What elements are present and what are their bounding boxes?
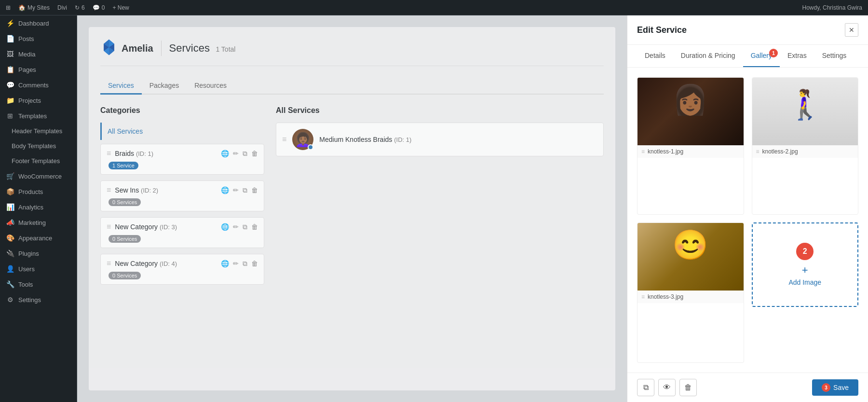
edit-panel-title: Edit Service	[637, 25, 687, 35]
globe-icon-braids[interactable]: 🌐	[221, 150, 229, 158]
sidebar-item-tools[interactable]: 🔧 Tools	[0, 277, 77, 292]
home-icon: 🏠	[18, 4, 26, 11]
globe-icon-4[interactable]: 🌐	[221, 260, 229, 268]
sidebar-item-header-templates[interactable]: Header Templates	[0, 124, 77, 139]
sidebar-item-settings[interactable]: ⚙ Settings	[0, 292, 77, 307]
globe-icon-sewins[interactable]: 🌐	[221, 186, 229, 194]
sidebar-item-media[interactable]: 🖼 Media	[0, 46, 77, 62]
sidebar-item-marketing[interactable]: 📣 Marketing	[0, 215, 77, 230]
add-image-box[interactable]: 2 + Add Image	[752, 222, 859, 307]
edit-icon-sewins[interactable]: ✏	[233, 186, 239, 194]
delete-icon-braids[interactable]: 🗑	[251, 150, 258, 158]
service-avatar	[292, 129, 313, 150]
dashboard-icon: ⚡	[6, 19, 14, 27]
copy-icon-braids[interactable]: ⧉	[243, 150, 247, 158]
edit-tab-extras[interactable]: Extras	[780, 45, 814, 67]
service-row-1[interactable]: ≡ Medium Knotless Braids (ID: 1)	[276, 123, 604, 156]
drag-handle-3[interactable]: ≡	[107, 222, 111, 231]
gallery-drag-icon-2[interactable]: ≡	[756, 148, 760, 155]
gallery-item-1: ≡ knotless-1.jpg	[637, 77, 744, 215]
delete-icon-4[interactable]: 🗑	[251, 260, 258, 268]
category-name-sewins: Sew Ins (ID: 2)	[115, 186, 217, 194]
gallery-item-2: ≡ knotless-2.jpg	[752, 77, 859, 215]
pages-icon: 📋	[6, 66, 14, 73]
service-status-dot	[308, 144, 313, 150]
settings-icon: ⚙	[6, 296, 14, 304]
copy-icon-4[interactable]: ⧉	[243, 260, 247, 268]
service-drag-handle[interactable]: ≡	[282, 135, 286, 144]
comments-link[interactable]: 💬 0	[93, 4, 105, 11]
sidebar-item-appearance[interactable]: 🎨 Appearance	[0, 230, 77, 246]
category-actions-sewins: 🌐 ✏ ⧉ 🗑	[221, 186, 258, 194]
services-tab-bar: Services Packages Resources	[100, 78, 604, 95]
edit-tab-gallery[interactable]: Gallery 1	[743, 45, 780, 67]
all-services-column: All Services ≡ Medium Knotless Braids (I…	[276, 106, 604, 291]
sidebar-item-plugins[interactable]: 🔌 Plugins	[0, 246, 77, 261]
my-sites-link[interactable]: 🏠 My Sites	[18, 4, 50, 11]
copy-icon-sewins[interactable]: ⧉	[243, 186, 247, 194]
close-panel-button[interactable]: ✕	[845, 23, 858, 37]
sidebar-item-dashboard[interactable]: ⚡ Dashboard	[0, 15, 77, 31]
theme-link[interactable]: Divi	[57, 4, 67, 11]
edit-service-panel: Edit Service ✕ Details Duration & Pricin…	[627, 15, 868, 402]
gallery-label-3: ≡ knotless-3.jpg	[637, 291, 744, 303]
sidebar-item-users[interactable]: 👤 Users	[0, 261, 77, 277]
category-badge-4: 0 Services	[108, 272, 141, 279]
gallery-item-3: ≡ knotless-3.jpg	[637, 222, 744, 363]
drag-handle-4[interactable]: ≡	[107, 259, 111, 268]
edit-tab-details[interactable]: Details	[637, 45, 673, 67]
sidebar-item-projects[interactable]: 📁 Projects	[0, 93, 77, 108]
copy-icon-3[interactable]: ⧉	[243, 223, 247, 231]
plugins-icon: 🔌	[6, 250, 14, 257]
projects-icon: 📁	[6, 97, 14, 104]
new-link[interactable]: + New	[112, 4, 129, 11]
categories-column: Categories All Services ≡ Braids (ID: 1)…	[100, 106, 264, 291]
save-badge: 3	[822, 383, 830, 392]
categories-title: Categories	[100, 106, 264, 115]
gallery-drag-icon-1[interactable]: ≡	[641, 148, 645, 155]
sidebar-item-analytics[interactable]: 📊 Analytics	[0, 199, 77, 215]
save-button[interactable]: 3 Save	[812, 379, 858, 396]
updates-link[interactable]: ↻ 6	[75, 4, 85, 11]
sidebar-item-products[interactable]: 📦 Products	[0, 184, 77, 199]
edit-icon-4[interactable]: ✏	[233, 260, 239, 268]
drag-handle-sewins[interactable]: ≡	[107, 186, 111, 194]
edit-panel-footer: ⧉ 👁 🗑 3 Save	[627, 373, 868, 402]
sidebar-item-footer-templates[interactable]: Footer Templates	[0, 153, 77, 168]
sidebar-item-templates[interactable]: ⊞ Templates	[0, 108, 77, 124]
globe-icon-3[interactable]: 🌐	[221, 223, 229, 231]
sidebar-item-comments[interactable]: 💬 Comments	[0, 77, 77, 93]
visibility-button[interactable]: 👁	[658, 379, 676, 396]
category-name-4: New Category (ID: 4)	[115, 260, 217, 267]
gallery-drag-icon-3[interactable]: ≡	[641, 293, 645, 300]
drag-handle-braids[interactable]: ≡	[107, 149, 111, 158]
tab-packages[interactable]: Packages	[142, 78, 187, 95]
category-badge-3: 0 Services	[108, 235, 141, 243]
duplicate-button[interactable]: ⧉	[637, 379, 654, 396]
tab-resources[interactable]: Resources	[187, 78, 234, 95]
delete-icon-sewins[interactable]: 🗑	[251, 186, 258, 194]
add-image-label: Add Image	[788, 278, 821, 286]
edit-icon-3[interactable]: ✏	[233, 223, 239, 231]
all-services-category[interactable]: All Services	[100, 123, 264, 140]
sidebar-item-pages[interactable]: 📋 Pages	[0, 62, 77, 77]
sidebar-item-body-templates[interactable]: Body Templates	[0, 139, 77, 153]
page-header: Amelia Services 1 Total	[100, 39, 604, 66]
tab-services[interactable]: Services	[100, 78, 142, 95]
sidebar-item-posts[interactable]: 📄 Posts	[0, 31, 77, 46]
posts-icon: 📄	[6, 35, 14, 42]
edit-tab-duration[interactable]: Duration & Pricing	[673, 45, 743, 67]
category-badge-braids: 1 Service	[108, 162, 138, 169]
edit-icon-braids[interactable]: ✏	[233, 150, 239, 158]
category-actions-braids: 🌐 ✏ ⧉ 🗑	[221, 150, 258, 158]
wp-logo[interactable]: ⊞	[6, 4, 11, 11]
category-badge-sewins: 0 Services	[108, 198, 141, 206]
delete-service-button[interactable]: 🗑	[679, 379, 697, 396]
amelia-logo: Amelia	[100, 39, 153, 58]
products-icon: 📦	[6, 188, 14, 195]
add-image-plus-icon: +	[802, 264, 808, 277]
sidebar-item-woocommerce[interactable]: 🛒 WooCommerce	[0, 168, 77, 184]
category-sewins: ≡ Sew Ins (ID: 2) 🌐 ✏ ⧉ 🗑	[100, 180, 264, 211]
edit-tab-settings[interactable]: Settings	[814, 45, 854, 67]
delete-icon-3[interactable]: 🗑	[251, 223, 258, 231]
